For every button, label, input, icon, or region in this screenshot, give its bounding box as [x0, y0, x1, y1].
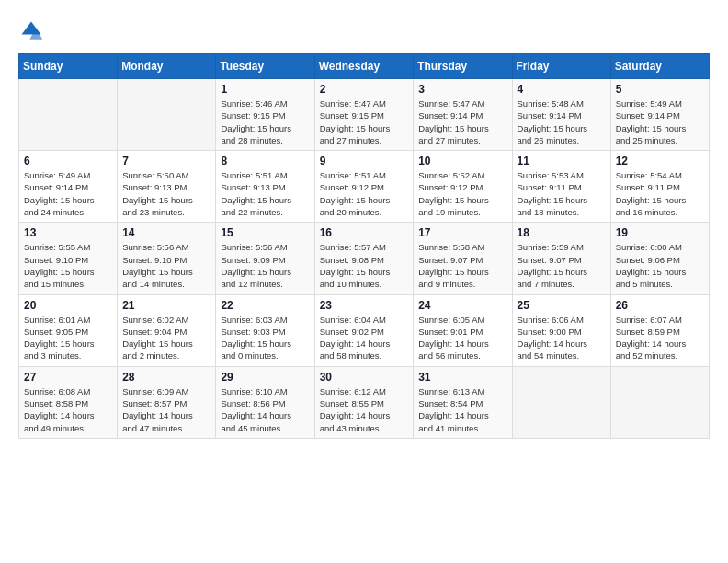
day-number: 21	[122, 299, 210, 312]
day-number: 25	[518, 299, 606, 312]
calendar-cell: 1Sunrise: 5:46 AM Sunset: 9:15 PM Daylig…	[216, 79, 314, 151]
calendar-week-row: 1Sunrise: 5:46 AM Sunset: 9:15 PM Daylig…	[19, 79, 710, 151]
calendar-cell: 6Sunrise: 5:49 AM Sunset: 9:14 PM Daylig…	[19, 151, 118, 223]
calendar-header-row: SundayMondayTuesdayWednesdayThursdayFrid…	[19, 54, 710, 79]
calendar-table: SundayMondayTuesdayWednesdayThursdayFrid…	[18, 53, 710, 439]
calendar-cell: 22Sunrise: 6:03 AM Sunset: 9:03 PM Dayli…	[216, 294, 314, 366]
day-detail: Sunrise: 5:51 AM Sunset: 9:12 PM Dayligh…	[320, 169, 409, 218]
day-detail: Sunrise: 5:47 AM Sunset: 9:15 PM Dayligh…	[320, 98, 409, 146]
calendar-cell	[19, 79, 118, 151]
day-of-week-header: Friday	[512, 54, 610, 79]
day-detail: Sunrise: 5:52 AM Sunset: 9:12 PM Dayligh…	[418, 169, 506, 218]
day-number: 2	[320, 83, 409, 96]
day-detail: Sunrise: 5:53 AM Sunset: 9:11 PM Dayligh…	[518, 169, 606, 218]
day-detail: Sunrise: 6:13 AM Sunset: 8:54 PM Dayligh…	[418, 385, 506, 434]
calendar-cell: 30Sunrise: 6:12 AM Sunset: 8:55 PM Dayli…	[314, 366, 414, 438]
calendar-cell: 5Sunrise: 5:49 AM Sunset: 9:14 PM Daylig…	[610, 79, 709, 151]
day-number: 22	[221, 299, 309, 312]
day-number: 28	[122, 371, 210, 384]
calendar-cell: 11Sunrise: 5:53 AM Sunset: 9:11 PM Dayli…	[512, 151, 610, 223]
day-detail: Sunrise: 6:05 AM Sunset: 9:01 PM Dayligh…	[418, 314, 506, 362]
day-number: 24	[418, 299, 506, 312]
day-number: 20	[24, 299, 112, 312]
calendar-cell	[512, 366, 610, 438]
day-detail: Sunrise: 6:09 AM Sunset: 8:57 PM Dayligh…	[122, 385, 210, 434]
calendar-cell: 15Sunrise: 5:56 AM Sunset: 9:09 PM Dayli…	[216, 223, 314, 294]
calendar-cell: 19Sunrise: 6:00 AM Sunset: 9:06 PM Dayli…	[610, 223, 709, 294]
calendar-cell	[610, 366, 709, 438]
day-detail: Sunrise: 6:01 AM Sunset: 9:05 PM Dayligh…	[24, 314, 112, 362]
day-detail: Sunrise: 5:49 AM Sunset: 9:14 PM Dayligh…	[616, 98, 704, 146]
day-detail: Sunrise: 6:07 AM Sunset: 8:59 PM Dayligh…	[616, 314, 704, 362]
calendar-cell	[118, 79, 216, 151]
day-of-week-header: Thursday	[414, 54, 512, 79]
day-number: 6	[24, 155, 112, 167]
day-number: 14	[122, 226, 210, 239]
day-of-week-header: Sunday	[19, 54, 118, 79]
day-number: 29	[221, 371, 309, 384]
calendar-cell: 12Sunrise: 5:54 AM Sunset: 9:11 PM Dayli…	[610, 151, 709, 223]
calendar-cell: 31Sunrise: 6:13 AM Sunset: 8:54 PM Dayli…	[414, 366, 512, 438]
logo-icon	[18, 18, 44, 44]
day-detail: Sunrise: 5:49 AM Sunset: 9:14 PM Dayligh…	[24, 169, 112, 218]
day-number: 18	[518, 226, 606, 239]
calendar-cell: 9Sunrise: 5:51 AM Sunset: 9:12 PM Daylig…	[314, 151, 414, 223]
day-of-week-header: Saturday	[610, 54, 709, 79]
day-number: 8	[221, 155, 309, 167]
day-number: 12	[616, 155, 704, 167]
day-number: 3	[418, 83, 506, 96]
day-detail: Sunrise: 5:56 AM Sunset: 9:10 PM Dayligh…	[122, 241, 210, 290]
calendar-week-row: 6Sunrise: 5:49 AM Sunset: 9:14 PM Daylig…	[19, 151, 710, 223]
day-detail: Sunrise: 6:04 AM Sunset: 9:02 PM Dayligh…	[320, 314, 409, 362]
calendar-cell: 10Sunrise: 5:52 AM Sunset: 9:12 PM Dayli…	[414, 151, 512, 223]
day-detail: Sunrise: 6:06 AM Sunset: 9:00 PM Dayligh…	[518, 314, 606, 362]
calendar-cell: 16Sunrise: 5:57 AM Sunset: 9:08 PM Dayli…	[314, 223, 414, 294]
calendar-cell: 20Sunrise: 6:01 AM Sunset: 9:05 PM Dayli…	[19, 294, 118, 366]
calendar-body: 1Sunrise: 5:46 AM Sunset: 9:15 PM Daylig…	[19, 79, 710, 439]
calendar-cell: 29Sunrise: 6:10 AM Sunset: 8:56 PM Dayli…	[216, 366, 314, 438]
day-number: 4	[518, 83, 606, 96]
day-number: 13	[24, 226, 112, 239]
day-detail: Sunrise: 5:50 AM Sunset: 9:13 PM Dayligh…	[122, 169, 210, 218]
day-detail: Sunrise: 6:02 AM Sunset: 9:04 PM Dayligh…	[122, 314, 210, 362]
day-detail: Sunrise: 6:10 AM Sunset: 8:56 PM Dayligh…	[221, 385, 309, 434]
day-number: 30	[320, 371, 409, 384]
day-of-week-header: Wednesday	[314, 54, 414, 79]
day-number: 23	[320, 299, 409, 312]
day-detail: Sunrise: 5:56 AM Sunset: 9:09 PM Dayligh…	[221, 241, 309, 290]
calendar-cell: 13Sunrise: 5:55 AM Sunset: 9:10 PM Dayli…	[19, 223, 118, 294]
day-number: 17	[418, 226, 506, 239]
page-header	[18, 18, 710, 44]
day-detail: Sunrise: 6:03 AM Sunset: 9:03 PM Dayligh…	[221, 314, 309, 362]
day-detail: Sunrise: 5:55 AM Sunset: 9:10 PM Dayligh…	[24, 241, 112, 290]
day-detail: Sunrise: 5:57 AM Sunset: 9:08 PM Dayligh…	[320, 241, 409, 290]
day-of-week-header: Tuesday	[216, 54, 314, 79]
calendar-cell: 14Sunrise: 5:56 AM Sunset: 9:10 PM Dayli…	[118, 223, 216, 294]
calendar-cell: 27Sunrise: 6:08 AM Sunset: 8:58 PM Dayli…	[19, 366, 118, 438]
calendar-week-row: 20Sunrise: 6:01 AM Sunset: 9:05 PM Dayli…	[19, 294, 710, 366]
day-number: 9	[320, 155, 409, 167]
calendar-cell: 18Sunrise: 5:59 AM Sunset: 9:07 PM Dayli…	[512, 223, 610, 294]
calendar-cell: 28Sunrise: 6:09 AM Sunset: 8:57 PM Dayli…	[118, 366, 216, 438]
day-detail: Sunrise: 5:51 AM Sunset: 9:13 PM Dayligh…	[221, 169, 309, 218]
day-detail: Sunrise: 6:08 AM Sunset: 8:58 PM Dayligh…	[24, 385, 112, 434]
day-detail: Sunrise: 6:12 AM Sunset: 8:55 PM Dayligh…	[320, 385, 409, 434]
calendar-cell: 4Sunrise: 5:48 AM Sunset: 9:14 PM Daylig…	[512, 79, 610, 151]
calendar-cell: 26Sunrise: 6:07 AM Sunset: 8:59 PM Dayli…	[610, 294, 709, 366]
calendar-cell: 24Sunrise: 6:05 AM Sunset: 9:01 PM Dayli…	[414, 294, 512, 366]
day-number: 5	[616, 83, 704, 96]
day-detail: Sunrise: 5:59 AM Sunset: 9:07 PM Dayligh…	[518, 241, 606, 290]
day-number: 10	[418, 155, 506, 167]
calendar-cell: 23Sunrise: 6:04 AM Sunset: 9:02 PM Dayli…	[314, 294, 414, 366]
day-detail: Sunrise: 5:46 AM Sunset: 9:15 PM Dayligh…	[221, 98, 309, 146]
day-detail: Sunrise: 5:48 AM Sunset: 9:14 PM Dayligh…	[518, 98, 606, 146]
day-number: 31	[418, 371, 506, 384]
calendar-week-row: 13Sunrise: 5:55 AM Sunset: 9:10 PM Dayli…	[19, 223, 710, 294]
calendar-cell: 3Sunrise: 5:47 AM Sunset: 9:14 PM Daylig…	[414, 79, 512, 151]
day-detail: Sunrise: 5:54 AM Sunset: 9:11 PM Dayligh…	[616, 169, 704, 218]
day-number: 11	[518, 155, 606, 167]
day-detail: Sunrise: 5:47 AM Sunset: 9:14 PM Dayligh…	[418, 98, 506, 146]
day-detail: Sunrise: 5:58 AM Sunset: 9:07 PM Dayligh…	[418, 241, 506, 290]
calendar-cell: 17Sunrise: 5:58 AM Sunset: 9:07 PM Dayli…	[414, 223, 512, 294]
logo	[18, 18, 48, 44]
